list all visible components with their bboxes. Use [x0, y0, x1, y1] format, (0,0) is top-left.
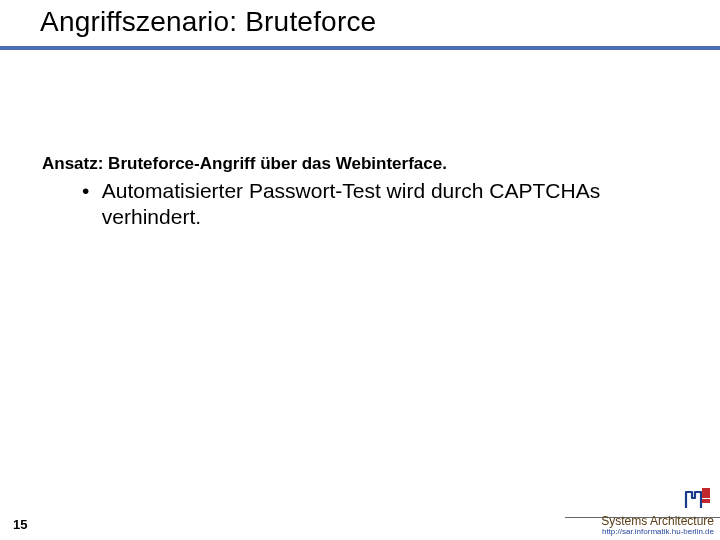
bullet-text: Automatisierter Passwort-Test wird durch… [102, 178, 632, 231]
slide: Angriffszenario: Bruteforce Ansatz: Brut… [0, 0, 720, 540]
title-underline [0, 46, 720, 50]
footer-department: Systems Architecture [601, 515, 714, 527]
page-number: 15 [13, 517, 27, 532]
svg-rect-1 [702, 499, 710, 503]
hu-logo-icon [682, 484, 712, 512]
slide-title: Angriffszenario: Bruteforce [40, 6, 376, 38]
footer: Systems Architecture http://sar.informat… [601, 515, 714, 536]
ansatz-line: Ansatz: Bruteforce-Angriff über das Webi… [42, 154, 447, 174]
bullet-marker: • [82, 178, 96, 204]
svg-rect-0 [702, 488, 710, 498]
bullet-item: • Automatisierter Passwort-Test wird dur… [82, 178, 642, 231]
footer-url: http://sar.informatik.hu-berlin.de [601, 528, 714, 536]
